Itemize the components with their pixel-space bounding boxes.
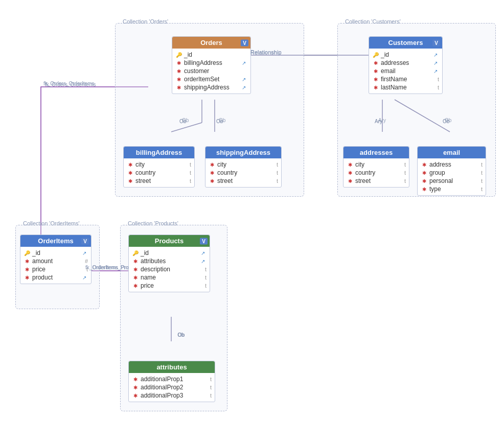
billing-row-country: ✱ country t — [127, 169, 191, 177]
orderitems-header: OrderItems V — [20, 235, 91, 247]
key-icon: 🔑 — [132, 250, 139, 256]
customers-body: 🔑 _id ↗ ✱ addresses ↗ ✱ email ↗ ✱ firstN… — [369, 49, 442, 94]
opt-icon: ✱ — [421, 170, 428, 176]
orderitems-row-product: ✱ product ↗ — [24, 273, 88, 282]
addresses-type-city: t — [404, 161, 406, 168]
products-type-price: t — [205, 283, 207, 289]
products-body: 🔑 _id ↗ ✱ attributes ↗ ✱ description t ✱… — [129, 247, 210, 292]
orders-field-orderitemset: orderItemSet — [184, 76, 239, 83]
card-ob-email: Ob — [443, 119, 449, 124]
opt-icon: ✱ — [132, 385, 139, 390]
star-icon: ✱ — [175, 85, 182, 90]
key-icon: 🔑 — [24, 250, 31, 256]
opt-icon: ✱ — [24, 275, 31, 281]
star-icon: ✱ — [372, 85, 379, 90]
shipping-type-city: t — [277, 161, 278, 168]
customers-v-badge: V — [432, 39, 440, 46]
products-row-description: ✱ description t — [132, 265, 207, 273]
addresses-field-city: city — [355, 161, 403, 168]
billing-type-city: t — [190, 161, 191, 168]
attributes-header: attributes — [129, 361, 215, 373]
attributes-type-2: t — [210, 384, 212, 390]
customers-field-id: _id — [381, 51, 430, 58]
link-icon: ↗ — [432, 60, 439, 66]
orders-row-orderitemset: ✱ orderItemSet ↗ — [175, 75, 247, 83]
attributes-title: attributes — [156, 363, 187, 371]
customers-field-firstname: firstName — [381, 76, 436, 83]
email-row-address: ✱ address t — [421, 160, 483, 169]
billing-row-city: ✱ city t — [127, 160, 191, 169]
entity-billing-address: billingAddress ✱ city t ✱ country t ✱ st… — [123, 146, 195, 188]
email-row-personal: ✱ personal t — [421, 177, 483, 185]
orderitems-v-badge: V — [81, 238, 89, 244]
star-icon: ✱ — [372, 60, 379, 66]
opt-icon: ✱ — [421, 162, 428, 168]
attributes-type-1: t — [210, 376, 212, 382]
card-ob-shipping: Ob — [216, 119, 223, 124]
orderitems-body: 🔑 _id ↗ ✱ amount # ✱ price t ✱ product — [20, 247, 91, 284]
shipping-body: ✱ city t ✱ country t ✱ street t — [205, 158, 281, 187]
shipping-title: shippingAddress — [216, 149, 270, 156]
billing-field-street: street — [135, 177, 188, 184]
canvas: Relationship fk_Orders_OrderItems fk_Ord… — [0, 0, 504, 443]
email-field-group: group — [429, 169, 479, 176]
email-type-type: t — [481, 186, 483, 192]
customers-row-lastname: ✱ lastName t — [372, 83, 439, 91]
email-body: ✱ address t ✱ group t ✱ personal t ✱ typ… — [418, 158, 486, 195]
orders-field-customer: customer — [184, 67, 247, 75]
orderitems-field-amount: amount — [32, 258, 83, 265]
orders-field-billing: billingAddress — [184, 59, 239, 66]
products-field-name: name — [141, 274, 203, 281]
products-row-id: 🔑 _id ↗ — [132, 249, 207, 257]
attributes-row-1: ✱ additionalProp1 t — [132, 375, 212, 383]
customers-field-addresses: addresses — [381, 59, 430, 66]
attributes-field-2: additionalProp2 — [141, 384, 209, 391]
products-header: Products V — [129, 235, 210, 247]
link-icon: ↗ — [199, 259, 207, 264]
orders-row-id: 🔑 _id — [175, 51, 247, 59]
customers-row-addresses: ✱ addresses ↗ — [372, 59, 439, 67]
billing-row-street: ✱ street t — [127, 177, 191, 185]
products-field-attributes: attributes — [141, 258, 198, 265]
orderitems-row-amount: ✱ amount # — [24, 257, 88, 265]
entity-orders: Orders V 🔑 _id ✱ billingAddress ↗ ✱ cust… — [172, 36, 251, 94]
products-row-name: ✱ name t — [132, 273, 207, 282]
orderitems-row-id: 🔑 _id ↗ — [24, 249, 88, 257]
opt-icon: ✱ — [127, 170, 134, 176]
opt-icon: ✱ — [127, 178, 134, 184]
orderitems-field-id: _id — [32, 249, 79, 257]
customers-row-email: ✱ email ↗ — [372, 67, 439, 75]
opt-icon: ✱ — [127, 162, 134, 168]
link-icon: ↗ — [240, 77, 247, 82]
entity-attributes: attributes ✱ additionalProp1 t ✱ additio… — [128, 361, 215, 402]
opt-icon: ✱ — [347, 178, 354, 184]
addresses-body: ✱ city t ✱ country t ✱ street t — [343, 158, 409, 187]
attributes-field-1: additionalProp1 — [141, 376, 209, 383]
customers-type-lastname: t — [438, 84, 439, 90]
billing-body: ✱ city t ✱ country t ✱ street t — [124, 158, 194, 187]
products-type-description: t — [205, 266, 207, 272]
link-icon: ↗ — [240, 60, 247, 66]
opt-icon: ✱ — [347, 162, 354, 168]
products-field-id: _id — [141, 249, 198, 257]
attributes-type-3: t — [210, 392, 212, 399]
opt-icon: ✱ — [24, 267, 31, 272]
attributes-body: ✱ additionalProp1 t ✱ additionalProp2 t … — [129, 373, 215, 402]
entity-shipping-address: shippingAddress ✱ city t ✱ country t ✱ s… — [205, 146, 282, 188]
products-field-description: description — [141, 266, 203, 273]
orderitems-row-price: ✱ price t — [24, 265, 88, 273]
orderitems-title: OrderItems — [38, 237, 73, 245]
card-ob-billing: Ob — [179, 119, 186, 124]
shipping-field-city: city — [217, 161, 275, 168]
products-field-price: price — [141, 282, 203, 289]
addresses-row-country: ✱ country t — [347, 169, 406, 177]
link-icon: ↗ — [240, 85, 247, 90]
billing-type-street: t — [190, 178, 191, 184]
shipping-type-country: t — [277, 170, 278, 176]
email-field-type: type — [429, 185, 479, 193]
star-icon: ✱ — [24, 259, 31, 264]
opt-icon: ✱ — [132, 283, 139, 289]
star-icon: ✱ — [372, 77, 379, 82]
collection-orderitems-label: Collection 'OrderItems' — [21, 220, 82, 226]
email-type-group: t — [481, 170, 483, 176]
